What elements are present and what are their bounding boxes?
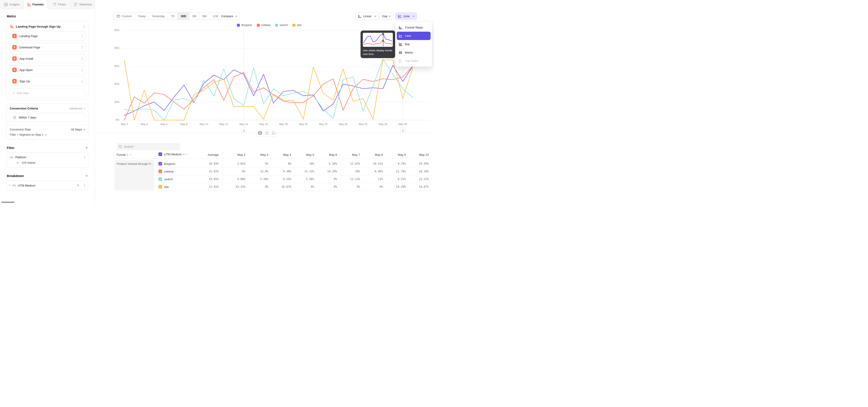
breakdown-column-dropdown[interactable]: ✓ UTM Medium4: [158, 152, 187, 156]
y-axis-label: 10%: [109, 101, 119, 103]
layout-bottom-button[interactable]: [270, 130, 277, 136]
date-column-header: May 9: [383, 153, 406, 156]
breakdown-card: ≡ Aa UTM Medium ×: [6, 181, 88, 190]
tab-insights[interactable]: Insights: [0, 0, 24, 9]
layout-columns-button[interactable]: [264, 130, 270, 136]
range-3m[interactable]: 3M: [189, 12, 199, 20]
top-paths-icon: [399, 59, 403, 63]
advanced-dropdown[interactable]: Advanced: [69, 107, 85, 110]
tooltip-caption: Line charts display trends over time.: [363, 49, 393, 56]
cell-value: 12%: [360, 178, 383, 181]
row-label: search: [164, 178, 173, 181]
range-7d[interactable]: 7D: [168, 12, 178, 20]
step-menu-button[interactable]: [82, 47, 83, 48]
funnel-step[interactable]: 3App Install: [9, 54, 86, 63]
x-axis-label: May 30: [395, 123, 411, 125]
funnel-step[interactable]: 5Sign Up: [9, 77, 86, 86]
layout-rows-button[interactable]: [256, 130, 264, 136]
filter-menu-button[interactable]: [84, 157, 85, 158]
legend-item-ads[interactable]: ads: [292, 24, 302, 27]
filter-property[interactable]: Platform: [16, 156, 26, 159]
funnel-title-row[interactable]: Landing Page through Sign Up: [9, 23, 86, 29]
step-menu-button[interactable]: [82, 58, 83, 59]
layout-toggle-group: [256, 129, 277, 136]
legend-label: ads: [297, 24, 302, 27]
row-checkbox[interactable]: ✓: [158, 162, 162, 165]
row-checkbox[interactable]: ✓: [158, 169, 162, 173]
y-axis-label: 0%: [109, 119, 119, 121]
tab-label: Flows: [58, 3, 66, 6]
annotation-badge[interactable]: 1: [401, 127, 405, 133]
menu-item-line[interactable]: Line: [397, 32, 431, 40]
annotation-count: 1: [402, 129, 404, 132]
range-30d[interactable]: 30D: [178, 12, 189, 20]
filter-operator[interactable]: Is: [17, 161, 19, 164]
legend-item-sidebar[interactable]: sidebar: [257, 24, 271, 27]
breakdown-menu-button[interactable]: [84, 185, 85, 186]
funnel-title: Landing Page through Sign Up: [16, 25, 61, 28]
series-line-ads: [124, 60, 413, 120]
add-breakdown-button[interactable]: +: [86, 174, 88, 178]
step-number-badge: 5: [12, 79, 17, 84]
annotation-badge[interactable]: 1: [241, 127, 246, 133]
scale-button[interactable]: Linear: [355, 12, 379, 20]
cell-value: 6.06%: [360, 170, 383, 173]
remove-breakdown-button[interactable]: ×: [77, 184, 79, 187]
tab-flows[interactable]: Flows: [48, 0, 71, 9]
all-steps-dropdown[interactable]: All Steps: [71, 128, 85, 131]
interval-button[interactable]: Day: [379, 12, 393, 20]
row-checkbox[interactable]: ✓: [158, 177, 162, 181]
menu-item-label: Top Paths: [405, 59, 418, 63]
funnel-column-dropdown[interactable]: Funnel1: [117, 153, 131, 156]
add-filter-button[interactable]: +: [86, 146, 88, 150]
menu-item-funnel-steps[interactable]: Funnel Steps: [397, 23, 431, 32]
scrollbar-thumb[interactable]: [1, 202, 14, 203]
date-column-header: May 3: [245, 153, 268, 156]
legend-swatch-icon: [257, 24, 260, 27]
clock-icon: [13, 116, 17, 119]
chart-type-menu: Funnel StepsLineBarMetricTop Paths: [395, 22, 432, 67]
flows-icon: [53, 3, 57, 6]
step-menu-button[interactable]: [82, 36, 83, 36]
compare-button[interactable]: Compare: [218, 12, 240, 20]
row-checkbox[interactable]: ✓: [158, 185, 162, 189]
conversion-window-row[interactable]: Within 7 days: [10, 113, 85, 122]
series-line-search: [124, 59, 413, 120]
chart-type-button[interactable]: Line: [395, 12, 417, 20]
funnel-step[interactable]: 1Landing Page: [9, 31, 86, 40]
breakdown-property[interactable]: UTM Medium: [18, 184, 35, 187]
tab-label: Insights: [9, 3, 20, 6]
menu-item-metric[interactable]: Metric: [397, 49, 431, 57]
step-menu-button[interactable]: [82, 70, 83, 70]
funnel-step[interactable]: 4App Open: [9, 65, 86, 74]
table-row: ✓ads13.91%33.33%0%16.67%0%0%0%0%14.29%16…: [95, 183, 434, 191]
cell-value: 5.26%: [245, 178, 268, 181]
legend-item-organic[interactable]: $organic: [237, 24, 252, 27]
tab-retention[interactable]: Retention: [71, 0, 95, 9]
range-yesterday[interactable]: Yesterday: [149, 12, 168, 20]
step-label: Landing Page: [20, 34, 37, 38]
select-all-checkbox[interactable]: ✓: [158, 152, 162, 156]
step-menu-button[interactable]: [82, 81, 83, 82]
filter-value[interactable]: iOS Native: [22, 161, 35, 164]
funnel-menu-button[interactable]: [84, 26, 85, 27]
x-axis-label: May 10: [196, 123, 212, 125]
cell-value: 8%: [268, 162, 291, 165]
range-6m[interactable]: 6M: [199, 12, 209, 20]
cell-value: 5.56%: [291, 178, 314, 181]
menu-item-bar[interactable]: Bar: [397, 40, 431, 49]
filter-card: Aa Platform Is iOS Native: [6, 153, 88, 168]
cell-value: 5.36%: [314, 162, 337, 165]
cell-value: 5%: [245, 162, 268, 165]
average-column-header: Average: [196, 153, 219, 156]
range-custom[interactable]: Custom: [114, 12, 135, 20]
date-column-header: May 8: [360, 153, 383, 156]
filter-segment-dropdown[interactable]: Filter + Segment on Step 1: [10, 133, 46, 136]
drag-handle-icon[interactable]: ≡: [9, 184, 10, 187]
legend-item-search[interactable]: search: [275, 24, 288, 27]
tab-funnels[interactable]: Funnels: [24, 0, 48, 9]
range-today[interactable]: Today: [135, 12, 149, 20]
funnel-step[interactable]: 2Download Page: [9, 43, 86, 52]
search-input[interactable]: [124, 145, 174, 148]
add-step-button[interactable]: + Add Step: [9, 88, 86, 97]
